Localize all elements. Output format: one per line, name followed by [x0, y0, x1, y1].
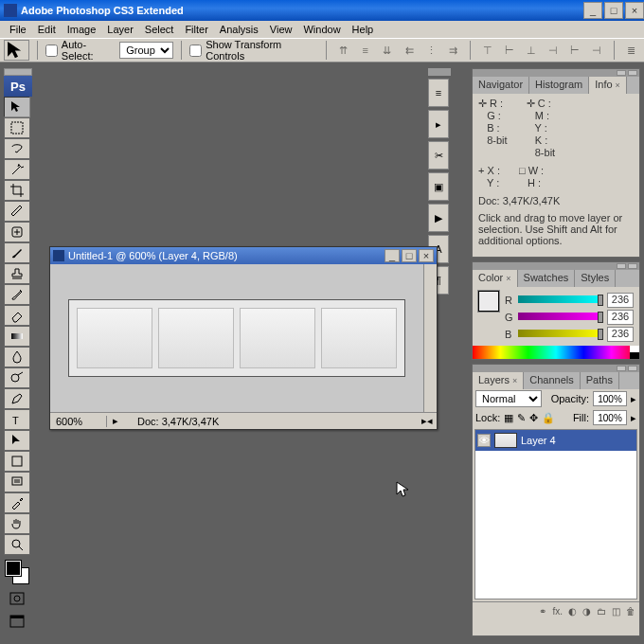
- align-bottom-icon[interactable]: ⇊: [378, 41, 396, 60]
- distribute-hcenter-icon[interactable]: ⊢: [566, 41, 584, 60]
- canvas-area[interactable]: [50, 264, 423, 412]
- doc-vscrollbar[interactable]: [423, 264, 437, 412]
- toolbox-grip[interactable]: [4, 68, 32, 76]
- canvas[interactable]: [68, 299, 405, 377]
- dock-toolpresets-icon[interactable]: ✂: [428, 141, 449, 170]
- menu-select[interactable]: Select: [139, 22, 180, 37]
- opacity-flyout-icon[interactable]: ▸: [631, 393, 636, 405]
- autoselect-dropdown[interactable]: Group: [119, 42, 173, 59]
- marquee-tool[interactable]: [4, 117, 30, 138]
- dock-clone-icon[interactable]: ▸: [428, 110, 449, 138]
- path-select-tool[interactable]: [4, 430, 30, 451]
- align-vcenter-icon[interactable]: ≡: [356, 41, 374, 60]
- eyedropper-tool[interactable]: [4, 492, 30, 513]
- menu-help[interactable]: Help: [347, 22, 380, 37]
- blend-mode-dropdown[interactable]: Normal: [475, 390, 542, 407]
- brush-tool[interactable]: [4, 242, 30, 263]
- healing-tool[interactable]: [4, 222, 30, 242]
- tab-color[interactable]: Color×: [473, 270, 518, 287]
- align-left-icon[interactable]: ⇇: [401, 41, 419, 60]
- layer-list[interactable]: 👁 Layer 4: [474, 429, 637, 599]
- screenmode-button[interactable]: [4, 612, 30, 631]
- tab-paths[interactable]: Paths: [581, 372, 619, 389]
- move-tool[interactable]: [4, 97, 30, 117]
- dock-actions-icon[interactable]: ▶: [428, 204, 449, 232]
- value-g[interactable]: 236: [607, 310, 634, 325]
- menu-analysis[interactable]: Analysis: [214, 22, 264, 37]
- distribute-left-icon[interactable]: ⊣: [544, 41, 562, 60]
- shape-tool[interactable]: [4, 451, 30, 472]
- lasso-tool[interactable]: [4, 138, 30, 159]
- color-swatch[interactable]: [478, 291, 499, 312]
- doc-close-button[interactable]: ×: [419, 249, 434, 262]
- lock-all-icon[interactable]: 🔒: [542, 412, 555, 424]
- type-tool[interactable]: T: [4, 409, 30, 430]
- lock-move-icon[interactable]: ✥: [529, 412, 538, 424]
- slider-g[interactable]: [518, 313, 603, 322]
- quickmask-button[interactable]: [4, 589, 30, 608]
- zoom-field[interactable]: 600%: [50, 416, 107, 427]
- arrange-icon[interactable]: ≣: [622, 41, 640, 60]
- distribute-bottom-icon[interactable]: ⊥: [522, 41, 540, 60]
- menu-filter[interactable]: Filter: [179, 22, 213, 37]
- slider-r[interactable]: [518, 295, 603, 305]
- dock-brushes-icon[interactable]: ≡: [428, 79, 449, 107]
- menu-file[interactable]: File: [4, 22, 32, 37]
- info-panel-grip[interactable]: [473, 69, 639, 77]
- align-hcenter-icon[interactable]: ⋮: [422, 41, 440, 60]
- tab-navigator[interactable]: Navigator: [473, 77, 529, 94]
- lock-trans-icon[interactable]: ▦: [504, 412, 513, 424]
- autoselect-checkbox[interactable]: [45, 45, 58, 57]
- value-b[interactable]: 236: [607, 327, 634, 342]
- opacity-input[interactable]: [593, 391, 627, 406]
- status-flyout-icon[interactable]: ▸: [107, 415, 124, 427]
- fill-flyout-icon[interactable]: ▸: [631, 412, 636, 424]
- tab-channels[interactable]: Channels: [524, 372, 580, 389]
- minimize-button[interactable]: _: [583, 2, 602, 19]
- fx-icon[interactable]: fx.: [552, 606, 563, 617]
- menu-layer[interactable]: Layer: [101, 22, 139, 37]
- layers-panel-grip[interactable]: [473, 365, 639, 372]
- color-wells[interactable]: [4, 559, 30, 585]
- tab-styles[interactable]: Styles: [575, 270, 616, 287]
- history-brush-tool[interactable]: [4, 284, 30, 305]
- menu-view[interactable]: View: [264, 22, 298, 37]
- tab-histogram[interactable]: Histogram: [529, 77, 589, 94]
- tab-layers[interactable]: Layers×: [473, 372, 524, 389]
- color-spectrum[interactable]: [473, 346, 639, 359]
- distribute-vcenter-icon[interactable]: ⊢: [500, 41, 518, 60]
- distribute-right-icon[interactable]: ⊣: [588, 41, 606, 60]
- tab-swatches[interactable]: Swatches: [518, 270, 576, 287]
- slider-b[interactable]: [518, 330, 603, 339]
- new-layer-icon[interactable]: ◫: [612, 606, 620, 617]
- stamp-tool[interactable]: [4, 263, 30, 284]
- close-tab-icon[interactable]: ×: [616, 80, 620, 90]
- close-button[interactable]: ×: [625, 2, 644, 19]
- layer-thumb[interactable]: [494, 433, 517, 448]
- status-arrow-icon[interactable]: ▸◂: [418, 415, 437, 427]
- wand-tool[interactable]: [4, 159, 30, 180]
- layer-name[interactable]: Layer 4: [521, 435, 556, 446]
- delete-icon[interactable]: 🗑: [626, 606, 635, 617]
- value-r[interactable]: 236: [607, 293, 634, 308]
- dock-grip[interactable]: [428, 68, 451, 76]
- zoom-tool[interactable]: [4, 534, 30, 555]
- align-top-icon[interactable]: ⇈: [334, 41, 352, 60]
- group-icon[interactable]: 🗀: [597, 606, 606, 617]
- doc-maximize-button[interactable]: □: [402, 249, 417, 262]
- current-tool-icon[interactable]: [4, 40, 29, 61]
- document-titlebar[interactable]: Untitled-1 @ 600% (Layer 4, RGB/8) _ □ ×: [50, 247, 437, 264]
- color-panel-grip[interactable]: [473, 262, 639, 270]
- slice-tool[interactable]: [4, 201, 30, 222]
- blur-tool[interactable]: [4, 347, 30, 367]
- fill-input[interactable]: [593, 410, 627, 425]
- align-right-icon[interactable]: ⇉: [444, 41, 462, 60]
- layer-row[interactable]: 👁 Layer 4: [475, 430, 636, 451]
- notes-tool[interactable]: [4, 472, 30, 492]
- hand-tool[interactable]: [4, 513, 30, 534]
- menu-edit[interactable]: Edit: [32, 22, 62, 37]
- adjustment-icon[interactable]: ◑: [582, 606, 591, 617]
- distribute-top-icon[interactable]: ⊤: [478, 41, 496, 60]
- visibility-icon[interactable]: 👁: [477, 434, 491, 447]
- showtransform-checkbox[interactable]: [189, 45, 202, 57]
